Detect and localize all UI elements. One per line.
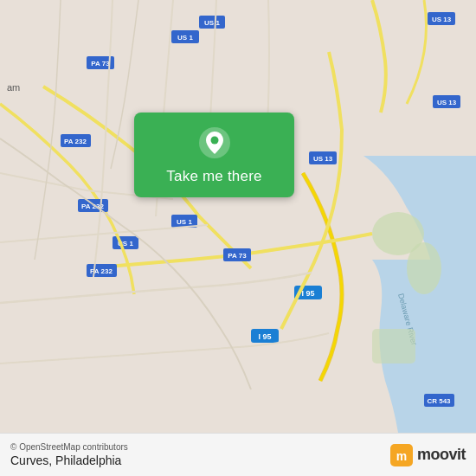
svg-text:US 13: US 13 (437, 99, 457, 106)
svg-text:US 1: US 1 (177, 218, 192, 226)
svg-rect-4 (372, 329, 415, 363)
bottom-bar: © OpenStreetMap contributors Curves, Phi… (0, 433, 476, 476)
moovit-brand-icon: m (390, 444, 413, 466)
svg-text:US 13: US 13 (432, 16, 452, 23)
moovit-logo: m moovit (390, 444, 466, 466)
map-svg: Delaware River I 95 I 95 US 1 US 1 US 1 … (0, 0, 476, 433)
svg-text:I 95: I 95 (301, 289, 314, 298)
svg-point-3 (407, 242, 441, 294)
osm-credit: © OpenStreetMap contributors (10, 442, 128, 452)
take-me-there-button[interactable]: Take me there (134, 113, 294, 197)
svg-text:I 95: I 95 (258, 332, 271, 341)
svg-text:PA 232: PA 232 (64, 138, 87, 145)
svg-text:PA 73: PA 73 (228, 252, 247, 260)
svg-text:US 1: US 1 (177, 34, 193, 42)
location-name: Curves, Philadelphia (10, 453, 128, 467)
button-label: Take me there (166, 168, 261, 185)
svg-text:US 1: US 1 (204, 19, 220, 27)
map-view: Delaware River I 95 I 95 US 1 US 1 US 1 … (0, 0, 476, 433)
moovit-text: moovit (417, 446, 466, 464)
svg-text:PA 73: PA 73 (91, 60, 110, 68)
svg-text:CR 543: CR 543 (427, 397, 451, 405)
location-pin-icon (198, 126, 231, 159)
svg-text:m: m (396, 449, 407, 463)
svg-text:am: am (7, 82, 20, 93)
svg-point-37 (210, 137, 218, 145)
svg-text:US 13: US 13 (313, 155, 333, 163)
location-info: © OpenStreetMap contributors Curves, Phi… (10, 442, 128, 467)
